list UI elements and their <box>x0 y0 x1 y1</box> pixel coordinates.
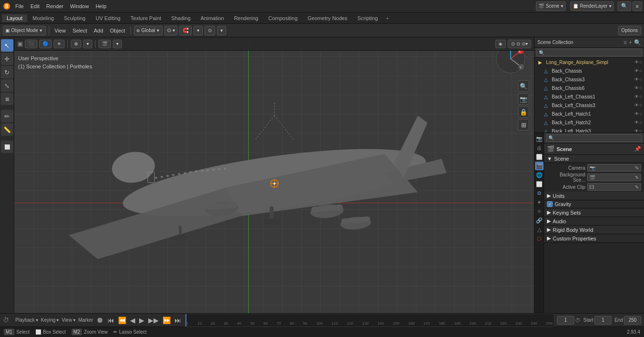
menu-render[interactable]: Render <box>44 2 66 10</box>
prop-icon-render[interactable]: 📷 <box>535 134 544 143</box>
menu-edit[interactable]: Edit <box>28 2 43 10</box>
prop-icon-constraints[interactable]: 🔗 <box>535 216 544 225</box>
record-button[interactable]: ⏺ <box>96 316 104 325</box>
oi-restrict-8[interactable]: ○ <box>640 129 642 132</box>
oi-eye-3[interactable]: 👁 <box>634 86 639 90</box>
tab-texture-paint[interactable]: Texture Paint <box>126 14 166 22</box>
prop-icon-scene[interactable]: 🎬 <box>535 162 544 170</box>
viewport-xray-toggle[interactable]: ◈ <box>495 40 506 48</box>
prop-icon-modifier[interactable]: ⚙ <box>535 189 544 197</box>
scene-selector[interactable]: 🎬 Scene ▾ <box>536 1 565 11</box>
jump-to-start-btn[interactable]: ⏮ <box>107 316 115 324</box>
gravity-section-header[interactable]: ✓ Gravity <box>544 200 644 208</box>
tab-shading[interactable]: Shading <box>166 14 195 22</box>
oi-eye-4[interactable]: 👁 <box>634 94 639 99</box>
viewport-shading-mat[interactable]: 🔵 <box>39 40 52 48</box>
prop-icon-object[interactable]: ⬜ <box>535 180 544 188</box>
tab-layout[interactable]: Layout <box>2 14 27 22</box>
timeline-track[interactable]: 1 10 20 30 40 50 60 70 80 90 100 110 120… <box>185 314 554 327</box>
timeline-view-dropdown[interactable]: View ▾ <box>62 317 76 323</box>
camera-view-btn[interactable]: 📷 <box>518 93 529 105</box>
pivot-selector[interactable]: ⊙ ▾ <box>164 26 177 35</box>
prop-icon-particles[interactable]: ✦ <box>535 198 544 207</box>
proportional-toggle[interactable]: ⊙ <box>205 26 215 35</box>
mode-selector[interactable]: ▣ Object Mode ▾ <box>3 26 46 35</box>
bg-scene-value[interactable]: 🎬 ✎ <box>587 174 641 181</box>
tab-uv-editing[interactable]: UV Editing <box>91 14 125 22</box>
scene-subsection-header[interactable]: ▼ Scene <box>544 155 644 163</box>
prop-icon-data[interactable]: △ <box>535 225 544 234</box>
camera-value[interactable]: 📷 ✎ <box>587 164 641 172</box>
tab-animation[interactable]: Animation <box>196 14 229 22</box>
tool-measure[interactable]: 📏 <box>1 123 13 136</box>
oi-restrict-2[interactable]: ○ <box>640 77 642 82</box>
outliner-filter-btn[interactable]: ≡ <box>623 39 627 46</box>
oi-restrict-0[interactable]: ○ <box>640 60 642 65</box>
viewport-shading-render[interactable]: ☀ <box>54 40 65 48</box>
lock-view-btn[interactable]: 🔒 <box>518 106 529 118</box>
tool-move[interactable]: ✛ <box>1 53 13 65</box>
tool-rotate[interactable]: ↻ <box>1 66 13 78</box>
units-section-header[interactable]: ▶ Units <box>544 192 644 200</box>
collection-visibility-btn[interactable]: ⊞ <box>518 119 529 130</box>
header-search-btn[interactable]: 🔍 <box>618 1 631 11</box>
menu-window[interactable]: Window <box>67 2 92 10</box>
outliner-item-4[interactable]: △ Back_Left_Chassis1 👁 ○ <box>540 92 644 101</box>
tool-scale[interactable]: ⤡ <box>1 79 13 92</box>
tab-sculpting[interactable]: Sculpting <box>59 14 90 22</box>
scene-section-header[interactable]: 🎬 Scene 📌 <box>544 143 644 155</box>
prop-icon-world[interactable]: 🌐 <box>535 171 544 179</box>
next-keyframe-btn[interactable]: ⏩ <box>162 316 172 324</box>
oi-eye-6[interactable]: 👁 <box>634 111 639 116</box>
snap-toggle[interactable]: 🧲 <box>179 26 192 35</box>
add-workspace-tab[interactable]: + <box>383 14 392 22</box>
outliner-add-btn[interactable]: + <box>629 39 632 46</box>
prop-icon-physics[interactable]: ⚛ <box>535 207 544 216</box>
properties-search-input[interactable] <box>546 134 642 142</box>
keying-sets-section-header[interactable]: ▶ Keying Sets <box>544 208 644 217</box>
outliner-item-8[interactable]: △ Back_Left_Hatch3 👁 ○ <box>540 127 644 132</box>
oi-eye-0[interactable]: 👁 <box>634 60 639 65</box>
next-frame-btn[interactable]: ▶▶ <box>147 316 160 324</box>
oi-restrict-6[interactable]: ○ <box>640 111 642 116</box>
viewport-render-toggle[interactable]: 🎬 <box>98 40 111 48</box>
marker-dropdown[interactable]: Marker <box>78 317 93 323</box>
menu-file[interactable]: File <box>12 2 27 10</box>
prev-keyframe-btn[interactable]: ⏪ <box>117 316 127 324</box>
outliner-item-6[interactable]: △ Back_Left_Hatch1 👁 ○ <box>540 109 644 118</box>
viewport-overlay-settings[interactable]: ▾ <box>83 40 92 48</box>
tool-add-cube[interactable]: ⬜ <box>1 141 13 153</box>
rigid-body-world-section-header[interactable]: ▶ Rigid Body World <box>544 226 644 234</box>
outliner-item-1[interactable]: △ Back_Chassis 👁 ○ <box>540 66 644 75</box>
viewport-shading-dropdown[interactable]: ⊙ ⊙ ⊙ ▾ <box>508 40 531 48</box>
jump-to-end-btn[interactable]: ⏭ <box>174 316 182 324</box>
start-frame-input[interactable] <box>594 316 611 325</box>
tool-transform[interactable]: ⊠ <box>1 93 13 105</box>
scene-pin-btn[interactable]: 📌 <box>634 146 641 152</box>
outliner-item-0[interactable]: ▶ Long_Range_Airplane_Simpl 👁 ○ <box>535 58 644 66</box>
gravity-checkbox[interactable]: ✓ <box>547 201 553 207</box>
zoom-to-fit-btn[interactable]: 🔍 <box>518 80 529 92</box>
oi-restrict-1[interactable]: ○ <box>640 68 642 73</box>
keying-dropdown[interactable]: Keying ▾ <box>41 317 59 323</box>
end-frame-input[interactable] <box>624 316 641 325</box>
tab-compositing[interactable]: Compositing <box>263 14 302 22</box>
render-layer-selector[interactable]: 📋 RenderLayer ▾ <box>570 1 614 11</box>
tool-annotate[interactable]: ✏ <box>1 110 13 122</box>
prop-icon-output[interactable]: 🖨 <box>535 143 544 152</box>
prop-icon-material[interactable]: ⬡ <box>535 234 544 243</box>
menu-viewport-view[interactable]: View <box>52 27 68 34</box>
oi-eye-1[interactable]: 👁 <box>634 68 639 73</box>
outliner-search-input[interactable] <box>536 49 642 56</box>
tab-rendering[interactable]: Rendering <box>229 14 263 22</box>
menu-help[interactable]: Help <box>93 2 109 10</box>
transform-selector[interactable]: ⊕ Global ▾ <box>134 26 163 35</box>
viewport-render-settings[interactable]: ▾ <box>113 40 122 48</box>
oi-restrict-3[interactable]: ○ <box>640 86 642 90</box>
outliner-item-7[interactable]: △ Back_Left_Hatch2 👁 ○ <box>540 118 644 127</box>
prev-frame-btn[interactable]: ◀ <box>129 316 136 324</box>
proportional-settings[interactable]: ▾ <box>217 26 226 35</box>
3d-viewport[interactable]: ▣ ⬛ 🔵 ☀ ⊕ ▾ 🎬 ▾ ◈ ⊙ ⊙ ⊙ ▾ User Perspecti… <box>14 37 534 313</box>
outliner-item-3[interactable]: △ Back_Chassis6 👁 ○ <box>540 84 644 92</box>
play-btn[interactable]: ▶ <box>138 316 145 324</box>
